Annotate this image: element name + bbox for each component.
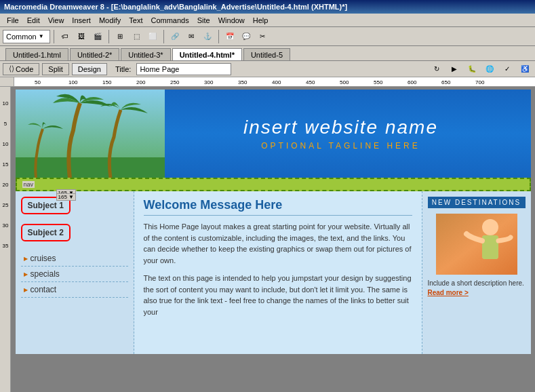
split-view-button[interactable]: Split <box>42 63 68 75</box>
hyperlink-icon[interactable]: 🔗 <box>167 30 182 43</box>
email-icon[interactable]: ✉ <box>184 30 199 43</box>
ruler-marks: 50 100 150 200 250 300 350 400 450 500 5… <box>14 77 535 87</box>
right-sidebar-heading: NEW DESTINATIONS <box>428 197 526 208</box>
site-body: Subject 1 Subject 2 cruises specials con… <box>16 191 531 354</box>
sidebar-link-cruises[interactable]: cruises <box>21 251 128 267</box>
menu-insert[interactable]: Insert <box>68 15 95 26</box>
document-tabs: Untitled-1.html Untitled-2* Untitled-3* … <box>0 46 535 61</box>
menu-text[interactable]: Text <box>125 15 146 26</box>
menu-modify[interactable]: Modify <box>95 15 125 26</box>
menu-commands[interactable]: Commands <box>146 15 193 26</box>
menu-bar: File Edit View Insert Modify Text Comman… <box>0 14 535 27</box>
browser-icon[interactable]: 🌐 <box>482 62 497 76</box>
code-view-button[interactable]: ⟨⟩ Code <box>3 63 39 75</box>
toolbar-separator-2 <box>108 30 109 43</box>
nav-bar: nav <box>16 178 531 191</box>
sidebar-link-contact[interactable]: contact <box>21 282 128 298</box>
media-icon[interactable]: 🎬 <box>90 30 105 43</box>
size-indicator-2: 165 ▼ <box>56 193 77 201</box>
preview-icon[interactable]: ▶ <box>447 62 462 76</box>
website-layout: insert website name OPTIONAL TAGLINE HER… <box>16 90 531 354</box>
right-description: Include a short description here. <box>428 279 526 288</box>
site-name: insert website name <box>243 117 438 138</box>
header-image-area <box>16 90 165 178</box>
site-tagline: OPTIONAL TAGLINE HERE <box>261 141 420 151</box>
tab-untitled1[interactable]: Untitled-1.html <box>5 48 68 60</box>
main-paragraph-2: The text on this page is intended to hel… <box>144 273 412 317</box>
subject2-container: Subject 2 <box>21 224 128 246</box>
header-text-area: insert website name OPTIONAL TAGLINE HER… <box>165 90 531 178</box>
insert-category-dropdown[interactable]: Common ▼ <box>3 30 50 43</box>
anchor-icon[interactable]: ⚓ <box>200 30 215 43</box>
right-sidebar: NEW DESTINATIONS <box>422 191 531 354</box>
title-bar: Macromedia Dreamweaver 8 - [E:\banglalin… <box>0 0 535 14</box>
layout-icon[interactable]: ⬚ <box>129 30 144 43</box>
palm-svg <box>16 90 165 178</box>
refresh-icon[interactable]: ↻ <box>429 62 444 76</box>
menu-view[interactable]: View <box>44 15 68 26</box>
menu-window[interactable]: Window <box>214 15 249 26</box>
svg-rect-2 <box>436 214 517 275</box>
svg-rect-1 <box>16 157 165 178</box>
menu-edit[interactable]: Edit <box>23 15 44 26</box>
image-icon[interactable]: 🖼 <box>74 30 89 43</box>
validate-icon[interactable]: ✓ <box>500 62 515 76</box>
horizontal-ruler: 50 100 150 200 250 300 350 400 450 500 5… <box>0 77 535 87</box>
form-icon[interactable]: ⬜ <box>145 30 160 43</box>
table-icon[interactable]: ⊞ <box>113 30 127 43</box>
main-toolbar: Common ▼ 🏷 🖼 🎬 ⊞ ⬚ ⬜ 🔗 ✉ ⚓ 📅 💬 ✂ <box>0 27 535 46</box>
destination-image <box>436 214 517 275</box>
snippet-icon[interactable]: ✂ <box>255 30 270 43</box>
subject2-label: Subject 2 <box>21 224 71 241</box>
title-bar-text: Macromedia Dreamweaver 8 - [E:\banglalin… <box>4 3 347 11</box>
view-toolbar: ⟨⟩ Code Split Design Title: ↻ ▶ 🐛 🌐 ✓ ♿ <box>0 61 535 77</box>
svg-point-3 <box>482 219 498 235</box>
menu-file[interactable]: File <box>3 15 23 26</box>
title-field-label: Title: <box>115 65 131 73</box>
dropdown-chevron: ▼ <box>39 33 44 39</box>
tab-untitled3[interactable]: Untitled-3* <box>121 48 170 60</box>
vertical-ruler: 10 5 10 15 20 25 30 35 <box>0 87 11 392</box>
tab-untitled4[interactable]: Untitled-4.html * <box>172 48 242 60</box>
debug-icon[interactable]: 🐛 <box>464 62 479 76</box>
design-canvas[interactable]: insert website name OPTIONAL TAGLINE HER… <box>11 87 535 392</box>
main-design-area: 10 5 10 15 20 25 30 35 <box>0 87 535 392</box>
site-header: insert website name OPTIONAL TAGLINE HER… <box>16 90 531 178</box>
nav-container: nav 165 ▼ 165 ▼ <box>16 178 531 191</box>
toolbar-separator-3 <box>163 30 164 43</box>
menu-site[interactable]: Site <box>193 15 214 26</box>
toolbar-separator-4 <box>218 30 219 43</box>
read-more-link[interactable]: Read more > <box>428 289 469 296</box>
tab-untitled5[interactable]: Untitled-5 <box>243 48 290 60</box>
main-paragraph-1: This Home Page layout makes a great star… <box>144 221 412 266</box>
welcome-heading: Welcome Message Here <box>144 198 412 216</box>
tag-icon[interactable]: 🏷 <box>58 30 73 43</box>
accessibility-icon[interactable]: ♿ <box>517 62 532 76</box>
menu-help[interactable]: Help <box>249 15 273 26</box>
sidebar-link-specials[interactable]: specials <box>21 267 128 282</box>
left-sidebar: Subject 1 Subject 2 cruises specials con… <box>16 191 134 354</box>
toolbar-separator-1 <box>54 30 54 43</box>
tab-untitled2[interactable]: Untitled-2* <box>70 48 119 60</box>
page-title-input[interactable] <box>136 63 231 75</box>
svg-rect-5 <box>482 235 498 259</box>
design-view-button[interactable]: Design <box>72 63 107 75</box>
date-icon[interactable]: 📅 <box>222 30 237 43</box>
comment-icon[interactable]: 💬 <box>239 30 254 43</box>
main-content: Welcome Message Here This Home Page layo… <box>134 191 422 354</box>
